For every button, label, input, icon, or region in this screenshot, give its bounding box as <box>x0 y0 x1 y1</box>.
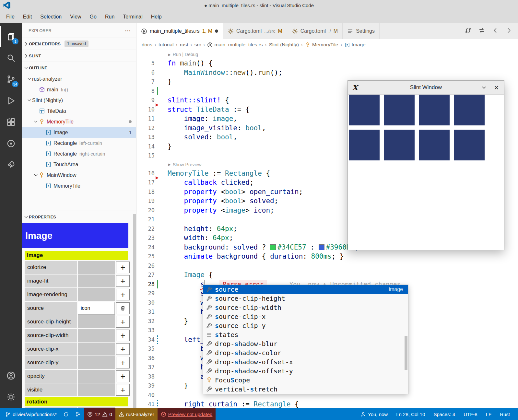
tab-settings[interactable]: Settings <box>343 23 380 39</box>
activitybar-search[interactable] <box>0 47 22 69</box>
gutter[interactable] <box>155 77 168 87</box>
add-property-button[interactable]: + <box>116 370 130 382</box>
statusbar-language-mode[interactable]: Rust <box>496 408 514 420</box>
gutter[interactable] <box>155 326 168 335</box>
gutter[interactable] <box>155 335 168 344</box>
remove-property-button[interactable] <box>116 302 130 314</box>
tab-cargo-toml-root[interactable]: Cargo.toml./M <box>287 23 343 39</box>
gutter[interactable] <box>155 87 168 96</box>
property-value[interactable] <box>78 356 115 369</box>
gutter[interactable] <box>155 372 168 381</box>
go-back-button[interactable] <box>492 27 499 35</box>
outline-item-main-fn[interactable]: mainfn() <box>22 84 136 95</box>
activitybar-account[interactable] <box>0 365 22 386</box>
suggestion-focuscope[interactable]: FocuScope <box>203 376 408 385</box>
gutter[interactable] <box>155 105 168 114</box>
outline-item-tiledata[interactable]: TileData <box>22 106 136 116</box>
gutter[interactable] <box>155 178 168 187</box>
gutter[interactable] <box>155 123 168 133</box>
property-value[interactable] <box>78 288 115 301</box>
add-property-button[interactable]: + <box>116 343 130 355</box>
suggestion-vertical-stretch[interactable]: vertical-stretch <box>203 385 408 394</box>
statusbar-eol[interactable]: LF <box>482 408 496 420</box>
breadcrumb-src[interactable]: src <box>194 42 201 48</box>
activitybar-extensions[interactable] <box>0 111 22 133</box>
gutter[interactable] <box>155 298 168 308</box>
gutter[interactable] <box>155 68 168 77</box>
menu-selection[interactable]: Selection <box>36 12 66 22</box>
gutter[interactable] <box>155 187 168 197</box>
sidebar-scrollbar[interactable] <box>133 214 136 408</box>
memory-tile[interactable] <box>419 95 450 125</box>
property-value[interactable] <box>78 329 115 342</box>
outline-item-slint-nightly[interactable]: Slint (Nightly) <box>22 95 136 106</box>
gutter[interactable] <box>155 151 168 160</box>
property-value[interactable]: icon <box>78 302 115 315</box>
memory-tile[interactable] <box>419 130 450 160</box>
gutter[interactable] <box>155 114 168 123</box>
add-property-button[interactable]: + <box>116 262 130 273</box>
outline-item-toucharea[interactable]: TouchArea <box>22 159 136 170</box>
breadcrumb-slint-nightly[interactable]: Slint (Nightly) <box>269 42 299 48</box>
chevron-down-icon[interactable] <box>481 85 487 90</box>
gutter[interactable] <box>155 261 168 271</box>
activitybar-live-share[interactable] <box>0 154 22 176</box>
section-properties[interactable]: PROPERTIES <box>22 211 136 223</box>
menu-edit[interactable]: Edit <box>19 12 36 22</box>
statusbar-sync[interactable] <box>60 408 72 420</box>
memory-tile[interactable] <box>454 130 485 160</box>
dirty-dot-icon[interactable] <box>215 29 218 33</box>
gutter[interactable] <box>155 289 168 298</box>
outline-item-memorytile[interactable]: MemoryTile <box>22 116 136 127</box>
memory-tile[interactable] <box>384 95 415 125</box>
outline-item-rectangle-right-curtain[interactable]: Rectangleright-curtain <box>22 148 136 159</box>
activitybar-settings[interactable] <box>0 386 22 408</box>
tab-cargo-toml-src[interactable]: Cargo.toml.../srcM <box>223 23 287 39</box>
gutter[interactable] <box>155 354 168 363</box>
menu-file[interactable]: File <box>2 12 19 22</box>
gutter[interactable] <box>155 142 168 151</box>
add-property-button[interactable]: + <box>116 275 130 287</box>
gutter[interactable] <box>155 59 168 68</box>
codelens-run-debug[interactable]: ▶Run | Debug <box>136 50 518 59</box>
gutter[interactable] <box>155 317 168 326</box>
open-changes-button[interactable] <box>478 27 485 35</box>
gutter[interactable] <box>155 196 168 206</box>
statusbar-cursor-position[interactable]: Ln 28, Col 10 <box>392 408 429 420</box>
menu-go[interactable]: Go <box>86 12 101 22</box>
statusbar-gitlens-blame[interactable]: You, now <box>356 408 392 420</box>
suggestion-drop-shadow-color[interactable]: drop-shadow-color <box>203 348 408 357</box>
gutter[interactable] <box>155 233 168 243</box>
suggestion-source-clip-y[interactable]: source-clip-y <box>203 321 408 330</box>
breadcrumb-memorytile[interactable]: MemoryTile <box>305 42 338 48</box>
gutter[interactable] <box>155 381 168 391</box>
statusbar-branch[interactable]: olivier/wip/functions* <box>2 408 60 420</box>
property-value[interactable] <box>78 383 115 396</box>
add-property-button[interactable]: + <box>116 357 130 368</box>
memory-tile[interactable] <box>349 130 380 160</box>
close-icon[interactable]: × <box>494 83 499 92</box>
gutter[interactable] <box>155 206 168 215</box>
gutter[interactable] <box>155 307 168 317</box>
menu-view[interactable]: View <box>66 12 85 22</box>
suggestion-source[interactable]: sourceimage <box>203 285 408 294</box>
gutter[interactable] <box>155 363 168 372</box>
tab-main-multiple-tiles[interactable]: main_multiple_tiles.rs1, M <box>136 23 223 39</box>
memory-tile[interactable] <box>349 95 380 125</box>
gutter[interactable] <box>155 270 168 280</box>
breadcrumb-image[interactable]: Image <box>345 42 366 48</box>
add-property-button[interactable]: + <box>116 384 130 396</box>
suggestion-drop-shadow-blur[interactable]: drop-shadow-blur <box>203 339 408 348</box>
property-value[interactable] <box>78 370 115 383</box>
add-property-button[interactable]: + <box>116 316 130 328</box>
outline-item-rectangle-left-curtain[interactable]: Rectangleleft-curtain <box>22 138 136 148</box>
menu-run[interactable]: Run <box>101 12 119 22</box>
gutter[interactable] <box>155 344 168 354</box>
more-actions-icon[interactable]: ⋯ <box>125 27 131 34</box>
gutter[interactable] <box>155 224 168 234</box>
gutter[interactable] <box>155 133 168 142</box>
suggestion-drop-shadow-offset-y[interactable]: drop-shadow-offset-y <box>203 367 408 376</box>
section-outline[interactable]: OUTLINE <box>22 62 136 74</box>
breadcrumb-main-multiple-tiles-rs[interactable]: main_multiple_tiles.rs <box>207 42 263 48</box>
preview-titlebar[interactable]: X Slint Window × <box>348 81 504 95</box>
